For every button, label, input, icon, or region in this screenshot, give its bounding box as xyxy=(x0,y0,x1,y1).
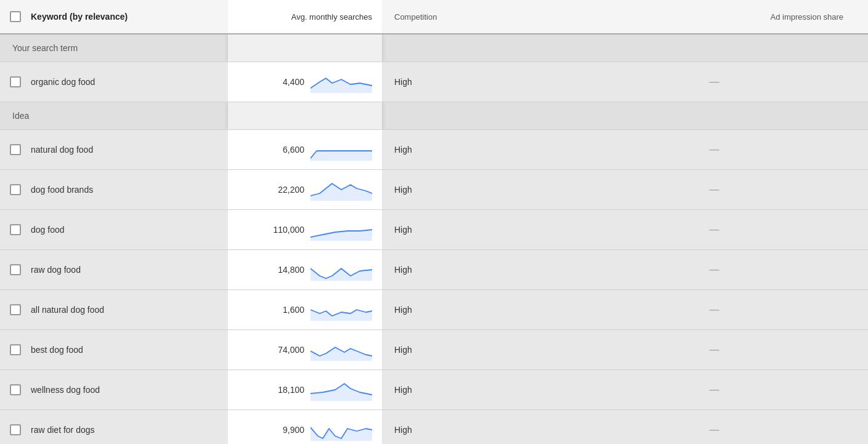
section-label-cell: Your search term xyxy=(0,34,228,62)
table-row: all natural dog food 1,600 High — xyxy=(0,290,868,330)
section-competition-cell xyxy=(382,102,561,130)
section-label: Your search term xyxy=(10,43,78,53)
keyword-text: wellness dog food xyxy=(31,385,100,395)
table-row: raw diet for dogs 9,900 High — xyxy=(0,410,868,445)
searches-cell: 4,400 xyxy=(228,62,382,102)
table-row: wellness dog food 18,100 High — xyxy=(0,370,868,410)
searches-cell: 22,200 xyxy=(228,170,382,210)
row-checkbox[interactable] xyxy=(10,224,21,235)
section-header-row: Idea xyxy=(0,102,868,130)
keyword-cell: dog food brands xyxy=(0,170,228,210)
keyword-cell: raw diet for dogs xyxy=(0,410,228,445)
keyword-table-container: Keyword (by relevance) Avg. monthly sear… xyxy=(0,0,868,444)
competition-value: High xyxy=(394,385,412,395)
searches-cell: 110,000 xyxy=(228,210,382,250)
keyword-text: dog food brands xyxy=(31,185,93,195)
keyword-text: natural dog food xyxy=(31,145,93,155)
keyword-column-label: Keyword (by relevance) xyxy=(31,12,128,22)
competition-value: High xyxy=(394,185,412,195)
table-row: raw dog food 14,800 High — xyxy=(0,250,868,290)
table-row: natural dog food 6,600 High — xyxy=(0,130,868,170)
section-searches-cell xyxy=(228,102,382,130)
competition-cell: High xyxy=(382,62,561,102)
ad-value: — xyxy=(710,224,720,235)
searches-column-label: Avg. monthly searches xyxy=(291,12,372,22)
keyword-cell: best dog food xyxy=(0,330,228,370)
competition-cell: High xyxy=(382,210,561,250)
ad-cell: — xyxy=(561,410,868,445)
competition-column-label: Competition xyxy=(394,12,437,22)
competition-value: High xyxy=(394,305,412,315)
table-row: best dog food 74,000 High — xyxy=(0,330,868,370)
section-header-row: Your search term xyxy=(0,34,868,62)
ad-cell: — xyxy=(561,62,868,102)
competition-cell: High xyxy=(382,250,561,290)
keyword-cell: natural dog food xyxy=(0,130,228,170)
keyword-text: best dog food xyxy=(31,345,83,355)
ad-value: — xyxy=(710,76,720,87)
keyword-cell: all natural dog food xyxy=(0,290,228,330)
competition-cell: High xyxy=(382,330,561,370)
competition-cell: High xyxy=(382,290,561,330)
keyword-cell: wellness dog food xyxy=(0,370,228,410)
keyword-column-header: Keyword (by relevance) xyxy=(0,0,228,34)
competition-value: High xyxy=(394,77,412,87)
search-number: 1,600 xyxy=(283,305,304,315)
ad-value: — xyxy=(710,384,720,395)
keyword-text: raw dog food xyxy=(31,265,81,275)
row-checkbox[interactable] xyxy=(10,424,21,435)
ad-value: — xyxy=(710,304,720,315)
keyword-cell: organic dog food xyxy=(0,62,228,102)
keyword-text: dog food xyxy=(31,225,65,235)
section-label-cell: Idea xyxy=(0,102,228,130)
ad-value: — xyxy=(710,424,720,435)
row-checkbox[interactable] xyxy=(10,344,21,355)
row-checkbox[interactable] xyxy=(10,384,21,395)
row-checkbox[interactable] xyxy=(10,144,21,155)
searches-column-header[interactable]: Avg. monthly searches xyxy=(228,0,382,34)
search-number: 18,100 xyxy=(278,385,304,395)
ad-value: — xyxy=(710,344,720,355)
section-ad-cell xyxy=(561,34,868,62)
keyword-text: raw diet for dogs xyxy=(31,425,95,435)
section-label: Idea xyxy=(10,111,29,121)
ad-value: — xyxy=(710,144,720,155)
ad-value: — xyxy=(710,184,720,195)
searches-cell: 6,600 xyxy=(228,130,382,170)
competition-value: High xyxy=(394,345,412,355)
search-number: 110,000 xyxy=(273,225,304,235)
ad-cell: — xyxy=(561,290,868,330)
keyword-text: all natural dog food xyxy=(31,305,104,315)
row-checkbox[interactable] xyxy=(10,304,21,315)
competition-cell: High xyxy=(382,410,561,445)
keyword-text: organic dog food xyxy=(31,77,95,87)
table-row: dog food 110,000 High — xyxy=(0,210,868,250)
competition-cell: High xyxy=(382,370,561,410)
searches-cell: 18,100 xyxy=(228,370,382,410)
section-competition-cell xyxy=(382,34,561,62)
ad-column-header: Ad impression share xyxy=(561,0,868,34)
ad-cell: — xyxy=(561,250,868,290)
section-searches-cell xyxy=(228,34,382,62)
searches-cell: 14,800 xyxy=(228,250,382,290)
table-row: organic dog food 4,400 High — xyxy=(0,62,868,102)
searches-cell: 1,600 xyxy=(228,290,382,330)
searches-cell: 74,000 xyxy=(228,330,382,370)
section-ad-cell xyxy=(561,102,868,130)
competition-column-header: Competition xyxy=(382,0,561,34)
search-number: 9,900 xyxy=(283,425,304,435)
search-number: 74,000 xyxy=(278,345,304,355)
search-number: 14,800 xyxy=(278,265,304,275)
row-checkbox[interactable] xyxy=(10,264,21,275)
row-checkbox[interactable] xyxy=(10,184,21,195)
ad-cell: — xyxy=(561,170,868,210)
search-number: 22,200 xyxy=(278,185,304,195)
keyword-cell: raw dog food xyxy=(0,250,228,290)
competition-value: High xyxy=(394,265,412,275)
keyword-table: Keyword (by relevance) Avg. monthly sear… xyxy=(0,0,868,444)
row-checkbox[interactable] xyxy=(10,76,21,87)
select-all-checkbox[interactable] xyxy=(10,11,21,22)
table-row: dog food brands 22,200 High — xyxy=(0,170,868,210)
ad-value: — xyxy=(710,264,720,275)
competition-value: High xyxy=(394,145,412,155)
